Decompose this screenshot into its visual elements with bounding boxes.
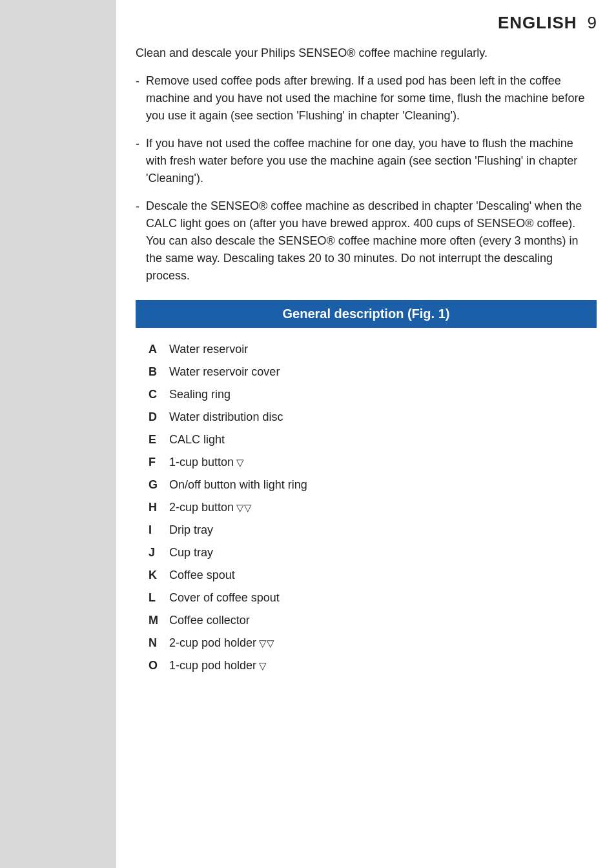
item-text: 1-cup button ▽: [169, 454, 597, 471]
list-item: BWater reservoir cover: [149, 363, 597, 381]
list-item: - If you have not used the coffee machin…: [136, 135, 597, 187]
page-container: ENGLISH 9 Clean and descale your Philips…: [0, 0, 616, 868]
list-item: JCup tray: [149, 544, 597, 561]
section-header: General description (Fig. 1): [136, 300, 597, 328]
single-cup-icon: ▽: [256, 660, 267, 671]
list-item: - Remove used coffee pods after brewing.…: [136, 72, 597, 125]
list-item: - Descale the SENSEO® coffee machine as …: [136, 197, 597, 285]
list-item: F1-cup button ▽: [149, 454, 597, 471]
item-text: Coffee spout: [169, 567, 597, 584]
item-text: Drip tray: [169, 521, 597, 539]
bullet-dash: -: [136, 198, 139, 216]
list-item: IDrip tray: [149, 521, 597, 539]
page-number: 9: [588, 13, 597, 33]
item-letter: A: [149, 341, 169, 358]
item-text: CALC light: [169, 431, 597, 449]
list-item: LCover of coffee spout: [149, 589, 597, 607]
list-item: N2-cup pod holder ▽▽: [149, 634, 597, 652]
list-item: AWater reservoir: [149, 341, 597, 358]
item-letter: L: [149, 589, 169, 607]
item-text: Cup tray: [169, 544, 597, 561]
item-text: Coffee collector: [169, 612, 597, 629]
item-text: On/off button with light ring: [169, 476, 597, 494]
bullet-text: Remove used coffee pods after brewing. I…: [146, 72, 597, 125]
item-text: Water reservoir: [169, 341, 597, 358]
bullet-list: - Remove used coffee pods after brewing.…: [136, 72, 597, 285]
list-item: ECALC light: [149, 431, 597, 449]
item-text: Water distribution disc: [169, 409, 597, 426]
intro-paragraph: Clean and descale your Philips SENSEO® c…: [136, 45, 597, 62]
item-letter: M: [149, 612, 169, 629]
bullet-text: Descale the SENSEO® coffee machine as de…: [146, 197, 597, 285]
item-letter: J: [149, 544, 169, 561]
list-item: CSealing ring: [149, 386, 597, 403]
item-letter: N: [149, 634, 169, 652]
list-item: GOn/off button with light ring: [149, 476, 597, 494]
item-letter: C: [149, 386, 169, 403]
item-letter: E: [149, 431, 169, 449]
list-item: DWater distribution disc: [149, 409, 597, 426]
item-text: Cover of coffee spout: [169, 589, 597, 607]
double-cup-icon: ▽▽: [234, 502, 252, 513]
list-item: MCoffee collector: [149, 612, 597, 629]
item-letter: I: [149, 521, 169, 539]
item-letter: H: [149, 499, 169, 516]
item-text: Water reservoir cover: [169, 363, 597, 381]
item-letter: K: [149, 567, 169, 584]
bullet-text: If you have not used the coffee machine …: [146, 135, 597, 187]
section-title: General description (Fig. 1): [283, 307, 450, 321]
list-item: O1-cup pod holder ▽: [149, 657, 597, 674]
bullet-dash: -: [136, 73, 139, 90]
list-item: H2-cup button ▽▽: [149, 499, 597, 516]
language-label: ENGLISH: [498, 13, 577, 33]
item-text: Sealing ring: [169, 386, 597, 403]
header-row: ENGLISH 9: [136, 13, 597, 33]
bullet-dash: -: [136, 136, 139, 153]
single-cup-icon: ▽: [234, 457, 244, 468]
item-letter: G: [149, 476, 169, 494]
item-letter: F: [149, 454, 169, 471]
main-content: ENGLISH 9 Clean and descale your Philips…: [116, 0, 616, 868]
item-letter: O: [149, 657, 169, 674]
item-letter: D: [149, 409, 169, 426]
item-text: 2-cup pod holder ▽▽: [169, 634, 597, 652]
item-letter: B: [149, 363, 169, 381]
description-list: AWater reservoirBWater reservoir coverCS…: [136, 341, 597, 674]
list-item: KCoffee spout: [149, 567, 597, 584]
double-cup-icon: ▽▽: [256, 638, 274, 649]
left-sidebar: [0, 0, 116, 868]
item-text: 1-cup pod holder ▽: [169, 657, 597, 674]
item-text: 2-cup button ▽▽: [169, 499, 597, 516]
